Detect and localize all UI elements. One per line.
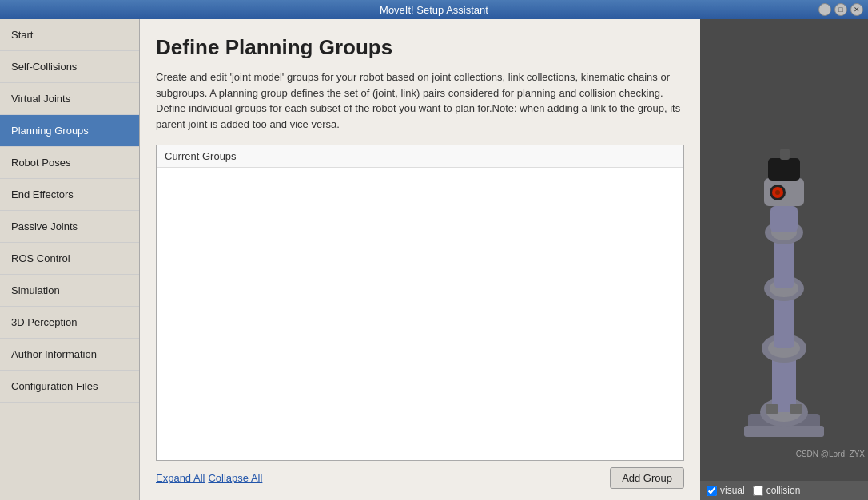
groups-body [157, 168, 683, 460]
robot-preview-panel: CSDN @Lord_ZYX visual collision [700, 19, 868, 500]
sidebar-item-ros-control[interactable]: ROS Control [0, 243, 139, 275]
svg-point-18 [775, 190, 780, 195]
sidebar-item-self-collisions[interactable]: Self-Collisions [0, 51, 139, 83]
sidebar-item-simulation[interactable]: Simulation [0, 275, 139, 307]
main-content: Define Planning Groups Create and edit '… [140, 19, 700, 500]
app-title: MoveIt! Setup Assistant [380, 4, 488, 16]
window-controls[interactable]: ─ □ ✕ [818, 3, 863, 16]
visual-label: visual [720, 485, 745, 496]
svg-rect-19 [768, 158, 800, 181]
bottom-bar: Expand All Collapse All Add Group [156, 461, 684, 492]
svg-rect-2 [744, 426, 824, 437]
maximize-button[interactable]: □ [834, 3, 847, 16]
title-bar: MoveIt! Setup Assistant ─ □ ✕ [0, 0, 868, 19]
groups-panel: Current Groups [156, 145, 684, 461]
robot-svg [700, 19, 868, 481]
watermark: CSDN @Lord_ZYX [796, 450, 865, 458]
sidebar-item-start[interactable]: Start [0, 19, 139, 51]
visual-checkbox-label[interactable]: visual [707, 485, 745, 496]
add-group-button[interactable]: Add Group [610, 467, 684, 489]
svg-rect-14 [770, 206, 798, 232]
preview-footer: visual collision [700, 481, 868, 500]
collision-checkbox[interactable] [753, 486, 763, 496]
robot-canvas: CSDN @Lord_ZYX [700, 19, 868, 481]
sidebar-item-3d-perception[interactable]: 3D Perception [0, 307, 139, 339]
collapse-all-link[interactable]: Collapse All [208, 472, 262, 484]
sidebar-item-planning-groups[interactable]: Planning Groups [0, 115, 139, 147]
minimize-button[interactable]: ─ [818, 3, 831, 16]
groups-header: Current Groups [157, 145, 683, 168]
collision-checkbox-label[interactable]: collision [753, 485, 801, 496]
page-title: Define Planning Groups [156, 35, 684, 60]
app-body: Start Self-Collisions Virtual Joints Pla… [0, 19, 868, 500]
svg-rect-20 [780, 149, 790, 160]
sidebar-item-author-information[interactable]: Author Information [0, 339, 139, 371]
sidebar-item-robot-poses[interactable]: Robot Poses [0, 147, 139, 179]
sidebar-item-passive-joints[interactable]: Passive Joints [0, 211, 139, 243]
sidebar-item-end-effectors[interactable]: End Effectors [0, 179, 139, 211]
visual-checkbox[interactable] [707, 486, 717, 496]
collision-label: collision [766, 485, 801, 496]
expand-all-link[interactable]: Expand All [156, 472, 205, 484]
svg-rect-21 [766, 404, 778, 414]
sidebar-item-virtual-joints[interactable]: Virtual Joints [0, 83, 139, 115]
bottom-links: Expand All Collapse All [156, 472, 262, 484]
sidebar-item-configuration-files[interactable]: Configuration Files [0, 371, 139, 403]
svg-rect-22 [790, 404, 802, 414]
description: Create and edit 'joint model' groups for… [156, 69, 684, 132]
sidebar: Start Self-Collisions Virtual Joints Pla… [0, 19, 140, 500]
close-button[interactable]: ✕ [850, 3, 863, 16]
